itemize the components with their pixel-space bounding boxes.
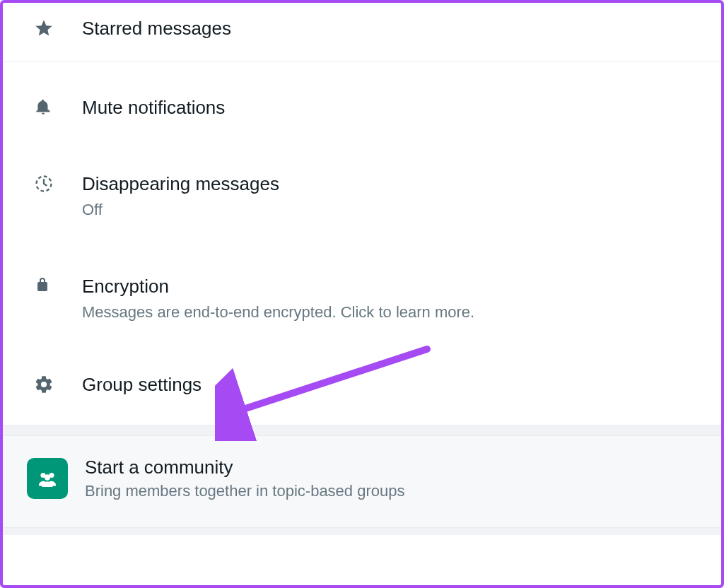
encryption-description: Messages are end-to-end encrypted. Click… [82,302,700,323]
gear-icon [34,373,82,394]
group-settings-label: Group settings [82,373,700,396]
bell-icon [34,96,82,116]
svg-point-3 [45,475,50,481]
settings-panel: Starred messages Mute notifications Disa… [0,0,724,588]
disappearing-messages-row[interactable]: Disappearing messages Off [3,153,721,255]
mute-notifications-row[interactable]: Mute notifications [3,62,721,153]
section-divider [3,425,721,436]
starred-messages-label: Starred messages [82,17,700,40]
start-community-title: Start a community [85,456,700,479]
encryption-label: Encryption [82,275,700,298]
start-community-row[interactable]: Start a community Bring members together… [3,436,721,527]
disappearing-messages-label: Disappearing messages [82,172,700,196]
disappearing-messages-value: Off [82,200,700,220]
mute-notifications-label: Mute notifications [82,96,700,119]
timer-icon [34,172,82,194]
starred-messages-row[interactable]: Starred messages [3,3,721,62]
group-settings-row[interactable]: Group settings [3,358,721,425]
encryption-row[interactable]: Encryption Messages are end-to-end encry… [3,255,721,358]
lock-icon [34,275,82,293]
community-icon [27,458,68,499]
star-icon [34,17,82,38]
start-community-subtitle: Bring members together in topic-based gr… [85,481,700,502]
settings-list: Starred messages Mute notifications Disa… [3,3,721,425]
bottom-divider [3,527,721,535]
